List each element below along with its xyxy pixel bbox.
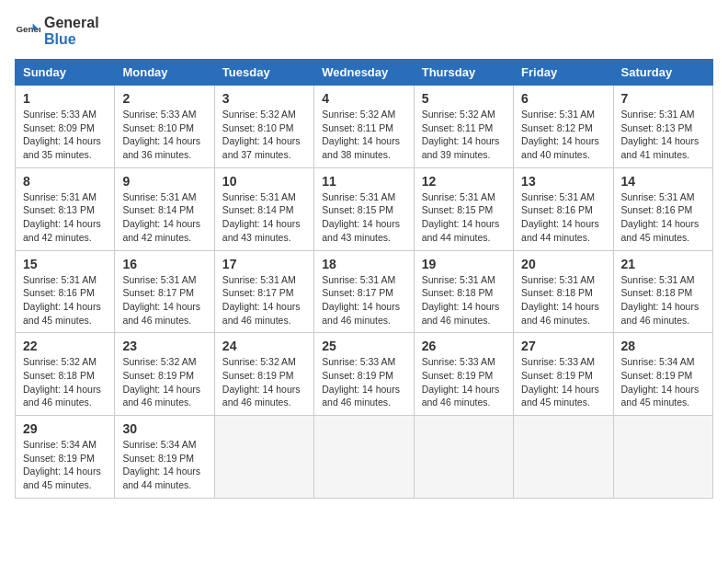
weekday-header-monday: Monday bbox=[115, 60, 214, 86]
day-info: Sunrise: 5:33 AMSunset: 8:10 PMDaylight:… bbox=[122, 108, 206, 162]
logo-icon: General bbox=[15, 18, 40, 44]
day-info: Sunrise: 5:31 AMSunset: 8:18 PMDaylight:… bbox=[521, 273, 605, 327]
day-number: 27 bbox=[521, 339, 605, 353]
calendar-cell bbox=[514, 416, 613, 499]
day-number: 16 bbox=[122, 257, 206, 271]
day-info: Sunrise: 5:33 AMSunset: 8:19 PMDaylight:… bbox=[422, 355, 506, 409]
calendar-week-4: 22 Sunrise: 5:32 AMSunset: 8:18 PMDaylig… bbox=[16, 333, 713, 416]
day-number: 11 bbox=[322, 174, 405, 189]
day-info: Sunrise: 5:31 AMSunset: 8:14 PMDaylight:… bbox=[122, 190, 206, 245]
day-info: Sunrise: 5:31 AMSunset: 8:17 PMDaylight:… bbox=[222, 273, 306, 327]
day-number: 18 bbox=[322, 257, 405, 271]
calendar-cell: 17 Sunrise: 5:31 AMSunset: 8:17 PMDaylig… bbox=[214, 250, 313, 333]
day-number: 17 bbox=[222, 257, 306, 271]
day-number: 19 bbox=[422, 257, 506, 271]
day-number: 5 bbox=[422, 91, 506, 106]
calendar-cell: 1 Sunrise: 5:33 AMSunset: 8:09 PMDayligh… bbox=[16, 86, 115, 168]
day-info: Sunrise: 5:31 AMSunset: 8:12 PMDaylight:… bbox=[521, 108, 605, 162]
calendar-cell: 5 Sunrise: 5:32 AMSunset: 8:11 PMDayligh… bbox=[414, 86, 513, 168]
logo-general-text: General bbox=[44, 15, 99, 30]
calendar-cell: 22 Sunrise: 5:32 AMSunset: 8:18 PMDaylig… bbox=[16, 333, 115, 416]
day-number: 2 bbox=[122, 91, 206, 106]
weekday-header-wednesday: Wednesday bbox=[314, 60, 414, 86]
day-number: 10 bbox=[222, 174, 306, 189]
logo: General General Blue bbox=[15, 15, 99, 48]
page-header: General General Blue bbox=[15, 15, 713, 48]
calendar-cell: 25 Sunrise: 5:33 AMSunset: 8:19 PMDaylig… bbox=[314, 333, 414, 416]
calendar-week-2: 8 Sunrise: 5:31 AMSunset: 8:13 PMDayligh… bbox=[16, 167, 713, 250]
calendar-header-row: SundayMondayTuesdayWednesdayThursdayFrid… bbox=[16, 60, 713, 86]
day-number: 12 bbox=[422, 174, 506, 189]
day-info: Sunrise: 5:31 AMSunset: 8:16 PMDaylight:… bbox=[521, 190, 605, 245]
day-number: 26 bbox=[422, 339, 506, 353]
day-info: Sunrise: 5:31 AMSunset: 8:14 PMDaylight:… bbox=[222, 190, 306, 245]
day-number: 9 bbox=[122, 174, 206, 189]
day-info: Sunrise: 5:32 AMSunset: 8:19 PMDaylight:… bbox=[222, 355, 306, 409]
day-number: 28 bbox=[621, 339, 705, 353]
calendar-cell: 11 Sunrise: 5:31 AMSunset: 8:15 PMDaylig… bbox=[314, 167, 414, 250]
day-info: Sunrise: 5:32 AMSunset: 8:10 PMDaylight:… bbox=[222, 108, 306, 162]
day-info: Sunrise: 5:33 AMSunset: 8:19 PMDaylight:… bbox=[322, 355, 405, 409]
day-info: Sunrise: 5:31 AMSunset: 8:18 PMDaylight:… bbox=[422, 273, 506, 327]
weekday-header-sunday: Sunday bbox=[16, 60, 115, 86]
day-info: Sunrise: 5:32 AMSunset: 8:11 PMDaylight:… bbox=[422, 108, 506, 162]
day-number: 25 bbox=[322, 339, 405, 353]
calendar-cell: 28 Sunrise: 5:34 AMSunset: 8:19 PMDaylig… bbox=[613, 333, 712, 416]
calendar-cell: 26 Sunrise: 5:33 AMSunset: 8:19 PMDaylig… bbox=[414, 333, 513, 416]
calendar-week-1: 1 Sunrise: 5:33 AMSunset: 8:09 PMDayligh… bbox=[16, 86, 713, 168]
day-number: 14 bbox=[621, 174, 705, 189]
calendar-cell: 18 Sunrise: 5:31 AMSunset: 8:17 PMDaylig… bbox=[314, 250, 414, 333]
day-info: Sunrise: 5:31 AMSunset: 8:15 PMDaylight:… bbox=[422, 190, 506, 245]
day-number: 21 bbox=[621, 257, 705, 271]
day-info: Sunrise: 5:33 AMSunset: 8:09 PMDaylight:… bbox=[23, 108, 107, 162]
calendar-cell bbox=[414, 416, 513, 499]
day-number: 13 bbox=[521, 174, 605, 189]
calendar-cell: 14 Sunrise: 5:31 AMSunset: 8:16 PMDaylig… bbox=[613, 167, 712, 250]
day-info: Sunrise: 5:32 AMSunset: 8:19 PMDaylight:… bbox=[122, 355, 206, 409]
calendar-cell: 15 Sunrise: 5:31 AMSunset: 8:16 PMDaylig… bbox=[16, 250, 115, 333]
calendar-cell: 29 Sunrise: 5:34 AMSunset: 8:19 PMDaylig… bbox=[16, 416, 115, 499]
calendar-body: 1 Sunrise: 5:33 AMSunset: 8:09 PMDayligh… bbox=[16, 86, 713, 499]
weekday-header-thursday: Thursday bbox=[414, 60, 513, 86]
calendar-cell: 8 Sunrise: 5:31 AMSunset: 8:13 PMDayligh… bbox=[16, 167, 115, 250]
calendar-cell bbox=[613, 416, 712, 499]
calendar-cell: 16 Sunrise: 5:31 AMSunset: 8:17 PMDaylig… bbox=[115, 250, 214, 333]
day-info: Sunrise: 5:31 AMSunset: 8:17 PMDaylight:… bbox=[322, 273, 405, 327]
day-info: Sunrise: 5:31 AMSunset: 8:13 PMDaylight:… bbox=[23, 190, 107, 245]
calendar-cell: 6 Sunrise: 5:31 AMSunset: 8:12 PMDayligh… bbox=[514, 86, 613, 168]
day-info: Sunrise: 5:34 AMSunset: 8:19 PMDaylight:… bbox=[122, 438, 206, 492]
day-info: Sunrise: 5:31 AMSunset: 8:15 PMDaylight:… bbox=[322, 190, 405, 245]
weekday-header-tuesday: Tuesday bbox=[214, 60, 313, 86]
calendar-cell: 4 Sunrise: 5:32 AMSunset: 8:11 PMDayligh… bbox=[314, 86, 414, 168]
day-number: 4 bbox=[322, 91, 405, 106]
calendar-cell: 23 Sunrise: 5:32 AMSunset: 8:19 PMDaylig… bbox=[115, 333, 214, 416]
weekday-header-saturday: Saturday bbox=[613, 60, 712, 86]
calendar-cell: 19 Sunrise: 5:31 AMSunset: 8:18 PMDaylig… bbox=[414, 250, 513, 333]
logo-blue-text: Blue bbox=[44, 31, 76, 47]
calendar-cell bbox=[214, 416, 313, 499]
day-number: 30 bbox=[122, 421, 206, 436]
calendar-cell bbox=[314, 416, 414, 499]
day-number: 8 bbox=[23, 174, 107, 189]
day-info: Sunrise: 5:31 AMSunset: 8:18 PMDaylight:… bbox=[621, 273, 705, 327]
calendar-cell: 27 Sunrise: 5:33 AMSunset: 8:19 PMDaylig… bbox=[514, 333, 613, 416]
day-info: Sunrise: 5:32 AMSunset: 8:18 PMDaylight:… bbox=[23, 355, 107, 409]
day-number: 7 bbox=[621, 91, 705, 106]
day-number: 1 bbox=[23, 91, 107, 106]
day-number: 29 bbox=[23, 421, 107, 436]
calendar-cell: 13 Sunrise: 5:31 AMSunset: 8:16 PMDaylig… bbox=[514, 167, 613, 250]
calendar-cell: 30 Sunrise: 5:34 AMSunset: 8:19 PMDaylig… bbox=[115, 416, 214, 499]
day-info: Sunrise: 5:34 AMSunset: 8:19 PMDaylight:… bbox=[621, 355, 705, 409]
calendar-cell: 20 Sunrise: 5:31 AMSunset: 8:18 PMDaylig… bbox=[514, 250, 613, 333]
day-info: Sunrise: 5:31 AMSunset: 8:16 PMDaylight:… bbox=[23, 273, 107, 327]
calendar-table: SundayMondayTuesdayWednesdayThursdayFrid… bbox=[15, 59, 713, 499]
calendar-cell: 10 Sunrise: 5:31 AMSunset: 8:14 PMDaylig… bbox=[214, 167, 313, 250]
day-number: 23 bbox=[122, 339, 206, 353]
day-info: Sunrise: 5:33 AMSunset: 8:19 PMDaylight:… bbox=[521, 355, 605, 409]
calendar-cell: 21 Sunrise: 5:31 AMSunset: 8:18 PMDaylig… bbox=[613, 250, 712, 333]
day-number: 22 bbox=[23, 339, 107, 353]
calendar-week-3: 15 Sunrise: 5:31 AMSunset: 8:16 PMDaylig… bbox=[16, 250, 713, 333]
day-number: 24 bbox=[222, 339, 306, 353]
day-number: 20 bbox=[521, 257, 605, 271]
day-number: 6 bbox=[521, 91, 605, 106]
